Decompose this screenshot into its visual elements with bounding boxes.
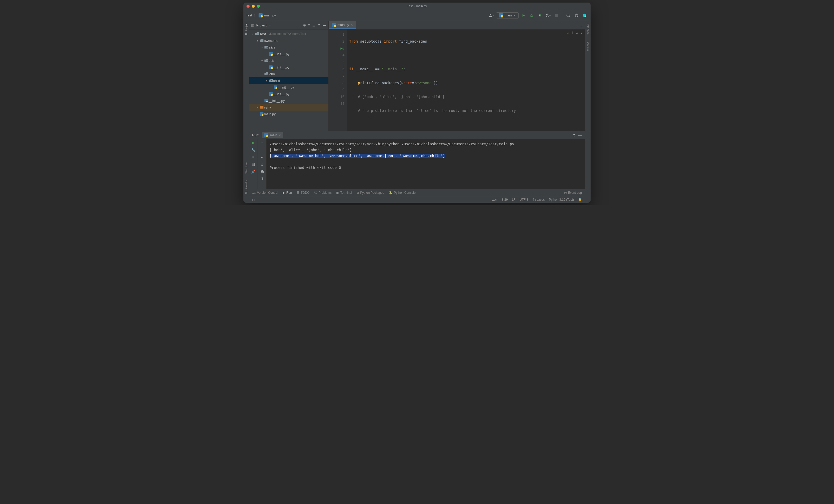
prev-highlight-icon[interactable]: ∧ <box>576 31 578 35</box>
tree-folder-john[interactable]: ▾ john <box>249 71 328 77</box>
lock-icon[interactable]: 🔒 <box>578 198 582 202</box>
tree-file-alice-init[interactable]: __init__.py <box>249 50 328 57</box>
stop-icon[interactable]: ■ <box>252 155 254 159</box>
breadcrumb-file[interactable]: main.py <box>264 13 276 17</box>
run-tool-button[interactable]: ▶Run <box>283 191 292 194</box>
rerun-icon[interactable]: ▶ <box>252 141 255 145</box>
search-everywhere-button[interactable] <box>565 12 572 19</box>
next-highlight-icon[interactable]: ∨ <box>580 31 583 35</box>
project-tree[interactable]: ▾ Test ~/Documents/PyCharm/Test ▾ awesom… <box>249 29 328 131</box>
terminal-tool-button[interactable]: ▣Terminal <box>336 191 352 194</box>
svg-rect-23 <box>271 67 273 69</box>
editor-tab-main[interactable]: main.py × <box>329 21 356 29</box>
tree-folder-child[interactable]: ▾ child <box>249 77 328 84</box>
structure-tool-button[interactable]: Structure <box>245 162 248 174</box>
svg-rect-4 <box>501 16 503 18</box>
clear-icon[interactable]: 🗑 <box>260 177 264 181</box>
maximize-window-button[interactable] <box>257 5 260 8</box>
run-console-output[interactable]: /Users/nicholasbarrow/Documents/PyCharm/… <box>266 139 585 189</box>
debug-button[interactable] <box>528 12 535 19</box>
fix-icon[interactable]: 🔧 <box>251 148 256 152</box>
stop-button[interactable] <box>553 12 560 19</box>
background-tasks-icon[interactable]: ☁⚙ <box>492 198 498 202</box>
warning-count: 1 <box>572 31 573 35</box>
chevron-down-icon[interactable]: ▼ <box>269 24 271 27</box>
code-content[interactable]: from setuptools import find_packages if … <box>347 29 585 131</box>
play-icon: ▶ <box>283 191 285 194</box>
caret-position[interactable]: 8:29 <box>502 198 508 202</box>
tree-file-main[interactable]: main.py <box>249 111 328 117</box>
tree-folder-awesome[interactable]: ▾ awesome <box>249 37 328 44</box>
python-icon <box>264 133 268 137</box>
sciview-tool-button[interactable]: SciView <box>587 41 590 51</box>
ide-window: Test – main.py Test 〉 main.py ▾ main ▼ ▾ <box>243 3 591 203</box>
editor-area: main.py × ⋮ ⚠ 1 ∧ ∨ <box>329 21 585 131</box>
tree-folder-venv[interactable]: ▸ venv <box>249 104 328 111</box>
hide-run-icon[interactable]: — <box>578 133 582 137</box>
down-icon[interactable]: ↓ <box>261 148 263 152</box>
python-interpreter[interactable]: Python 3.10 (Test) <box>549 198 574 202</box>
editor-more-icon[interactable]: ⋮ <box>579 23 583 27</box>
jetbrains-toolbox-icon[interactable] <box>581 12 588 19</box>
tree-file-child-init[interactable]: __init__.py <box>249 84 328 91</box>
scroll-to-end-icon[interactable]: ⤓ <box>261 162 264 166</box>
titlebar: Test – main.py <box>243 3 591 10</box>
close-tab-icon[interactable]: × <box>351 23 353 27</box>
close-run-tab-icon[interactable]: × <box>279 133 281 137</box>
minimize-window-button[interactable] <box>251 5 255 8</box>
package-icon <box>264 59 269 62</box>
breadcrumb-separator: 〉 <box>254 13 257 18</box>
database-tool-button[interactable]: Database <box>587 23 590 35</box>
layout-icon[interactable]: ▤ <box>251 162 255 166</box>
soft-wrap-icon[interactable]: ⤶ <box>261 155 264 159</box>
run-gutter-icon[interactable]: ▶ <box>341 45 343 52</box>
tree-folder-bob[interactable]: ▾ bob <box>249 57 328 64</box>
file-encoding[interactable]: UTF-8 <box>520 198 528 202</box>
tree-root[interactable]: ▾ Test ~/Documents/PyCharm/Test <box>249 30 328 37</box>
run-button[interactable] <box>520 12 527 19</box>
tree-file-john-init[interactable]: __init__.py <box>249 91 328 97</box>
close-window-button[interactable] <box>246 5 249 8</box>
settings-button[interactable] <box>573 12 580 19</box>
up-icon[interactable]: ↑ <box>261 141 263 145</box>
tool-windows-toggle-icon[interactable]: ◻ <box>252 198 255 202</box>
select-opened-file-icon[interactable]: ⊕ <box>303 23 306 27</box>
coverage-button[interactable] <box>537 12 543 19</box>
pin-icon[interactable]: 📌 <box>251 169 256 174</box>
editor-tab-label: main.py <box>337 23 349 27</box>
breadcrumb[interactable]: Test 〉 main.py <box>246 13 276 18</box>
svg-rect-29 <box>271 94 273 96</box>
python-console-button[interactable]: 🐍Python Console <box>389 191 416 194</box>
run-configuration-selector[interactable]: main ▼ <box>496 12 519 19</box>
event-log-button[interactable]: ◔Event Log <box>564 191 582 194</box>
tree-file-bob-init[interactable]: __init__.py <box>249 64 328 71</box>
editor-gutter[interactable]: 1 2 ▶3 4 5 6 7 8 9 10 11 <box>329 29 347 131</box>
todo-tool-button[interactable]: ☰TODO <box>297 191 309 194</box>
expand-all-icon[interactable]: ≡ <box>308 23 310 27</box>
tree-folder-alice[interactable]: ▾ alice <box>249 44 328 50</box>
project-tool-button[interactable]: ▦Project <box>245 23 248 36</box>
version-control-button[interactable]: ⎇Version Control <box>252 191 278 194</box>
project-panel-title[interactable]: Project <box>256 23 266 27</box>
left-tool-rail: ▦Project Structure Bookmarks <box>243 21 249 203</box>
print-icon[interactable]: 🖶 <box>260 169 264 174</box>
profile-button[interactable]: ▾ <box>545 12 552 19</box>
code-editor[interactable]: ⚠ 1 ∧ ∨ 1 2 ▶3 4 5 6 7 <box>329 29 585 131</box>
line-separator[interactable]: LF <box>512 198 515 202</box>
hide-panel-icon[interactable]: — <box>323 23 326 27</box>
problems-tool-button[interactable]: ⓘProblems <box>314 190 332 195</box>
bookmarks-tool-button[interactable]: Bookmarks <box>245 180 248 194</box>
breadcrumb-project[interactable]: Test <box>246 13 252 17</box>
indent-info[interactable]: 4 spaces <box>532 198 545 202</box>
run-settings-icon[interactable]: ⚙ <box>572 133 576 137</box>
vcs-user-icon[interactable]: ▾ <box>488 12 495 19</box>
run-tab[interactable]: main × <box>262 132 283 138</box>
panel-settings-icon[interactable]: ⚙ <box>317 23 321 27</box>
package-icon <box>264 72 269 75</box>
python-file-icon <box>259 112 264 116</box>
collapse-all-icon[interactable]: ≣ <box>312 23 315 27</box>
inspections-widget[interactable]: ⚠ 1 ∧ ∨ <box>567 31 583 35</box>
python-file-icon <box>269 52 273 56</box>
python-packages-button[interactable]: ⧉Python Packages <box>357 191 384 194</box>
tree-file-awesome-init[interactable]: __init__.py <box>249 97 328 104</box>
